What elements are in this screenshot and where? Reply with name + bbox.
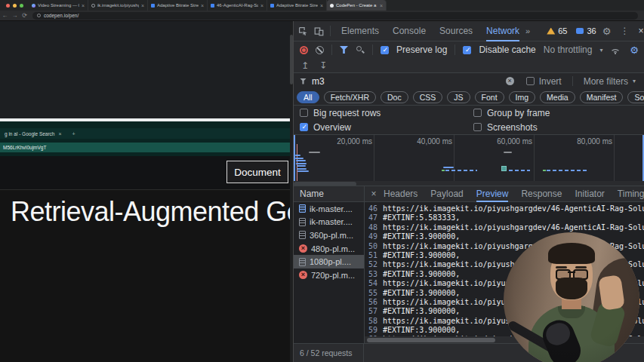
url-field[interactable]: codepen.io/pen/ <box>32 12 638 20</box>
maximize-window-button[interactable] <box>20 4 23 8</box>
tab-close-icon[interactable]: × <box>141 3 144 8</box>
requests-table-header: Name × HeadersPayloadPreviewResponseInit… <box>294 186 644 202</box>
invert-checkbox[interactable] <box>526 77 535 85</box>
tab-close-icon[interactable]: × <box>82 3 85 8</box>
tab-close-icon[interactable]: × <box>380 3 383 8</box>
clear-filter-icon[interactable]: × <box>506 77 514 85</box>
tab-close-icon[interactable]: × <box>201 3 204 8</box>
devtools-tab[interactable]: Elements <box>341 21 379 41</box>
devtools-close-icon[interactable]: × <box>638 26 643 36</box>
devtools-tab[interactable]: Network <box>486 21 519 41</box>
request-type-icon <box>299 218 306 226</box>
divider <box>331 44 332 55</box>
record-network-log-icon[interactable] <box>300 46 308 54</box>
inspect-element-icon[interactable] <box>298 26 308 36</box>
preview-scrollbar-thumb[interactable] <box>367 338 495 342</box>
clear-network-log-icon[interactable] <box>316 46 324 54</box>
settings-gear-icon[interactable]: ⚙ <box>602 26 612 36</box>
resource-type-pill[interactable]: CSS <box>413 91 443 103</box>
document-button[interactable]: Document <box>226 161 288 183</box>
import-har-icon[interactable]: ↥ <box>301 61 309 70</box>
browser-tab[interactable]: CodePen - Create a New ... × <box>327 0 387 11</box>
detail-tab[interactable]: Timing <box>618 186 644 202</box>
network-overview-timeline[interactable]: 20,000 ms40,000 ms60,000 ms80,000 ms <box>294 134 644 186</box>
resource-type-pill[interactable]: Font <box>475 91 504 103</box>
back-icon[interactable]: ← <box>0 13 10 19</box>
issue-badges[interactable]: 65 36 <box>547 26 596 35</box>
request-row[interactable]: 1080p-pl.... <box>294 255 364 268</box>
network-options-row-1: Big request rows Group by frame <box>294 106 644 120</box>
more-panels-icon[interactable]: » <box>525 26 530 35</box>
request-name: 480p-pl.m... <box>311 244 355 253</box>
browser-tab[interactable]: Adaptive Bitrate Streaming × <box>148 0 208 11</box>
group-by-frame-checkbox[interactable] <box>473 109 482 117</box>
request-row[interactable]: 720p-pl.m... <box>294 268 364 282</box>
overview-checkbox[interactable] <box>300 123 308 131</box>
resource-type-pill[interactable]: Fetch/XHR <box>324 91 376 103</box>
request-row[interactable]: ik-master.... <box>294 216 364 229</box>
line-content: #EXTINF:3.900000, <box>383 307 460 316</box>
site-settings-icon[interactable] <box>37 14 41 17</box>
resource-type-pill[interactable]: All <box>297 91 319 103</box>
big-request-rows-checkbox[interactable] <box>300 109 308 117</box>
close-window-button[interactable] <box>6 4 10 8</box>
detail-tab[interactable]: Initiator <box>575 186 604 202</box>
detail-tab[interactable]: Preview <box>476 186 509 202</box>
preserve-log-checkbox[interactable] <box>381 46 389 54</box>
tab-close-icon[interactable]: × <box>260 3 263 8</box>
waterfall-bar <box>445 170 477 171</box>
forward-icon[interactable]: → <box>10 13 20 19</box>
tab-favicon <box>91 4 95 8</box>
browser-tab-strip: Video Streaming — Cursor × ik.imagekit.i… <box>0 0 644 11</box>
gridline <box>374 135 374 181</box>
name-column-header[interactable]: Name <box>294 189 364 199</box>
filter-icon[interactable] <box>340 46 348 54</box>
resource-type-pill[interactable]: JS <box>447 91 470 103</box>
browser-tab[interactable]: 46-AgenticAI-Rag-Solution × <box>208 0 267 11</box>
request-row[interactable]: 480p-pl.m... <box>294 242 364 256</box>
filter-input[interactable]: m3 <box>312 76 325 87</box>
resource-type-pill[interactable]: Img <box>509 91 536 103</box>
tab-favicon <box>211 4 214 8</box>
tab-close-icon[interactable]: × <box>320 3 323 8</box>
resource-type-pill[interactable]: Media <box>540 91 575 103</box>
throttling-dropdown[interactable]: No throttling <box>544 44 593 55</box>
devtools-tab[interactable]: Console <box>393 21 426 41</box>
requests-count: 6 / 52 requests <box>294 344 364 362</box>
reload-icon[interactable]: ⟳ <box>20 13 29 19</box>
request-row[interactable]: 360p-pl.m... <box>294 229 364 242</box>
resource-type-pill[interactable]: Manifest <box>580 91 624 103</box>
chevron-down-icon[interactable]: ▾ <box>599 47 602 54</box>
detail-tab[interactable]: Response <box>521 186 562 202</box>
network-conditions-icon[interactable] <box>610 45 621 55</box>
browser-tab[interactable]: ik.imagekit.io/piyushgargdev × <box>88 0 148 11</box>
devtools-tab[interactable]: Sources <box>439 21 473 41</box>
waterfall-bar <box>296 163 307 164</box>
request-row[interactable]: ik-master.... <box>294 202 364 216</box>
waterfall-bar <box>309 152 320 153</box>
message-count: 36 <box>587 26 596 35</box>
export-har-icon[interactable]: ↧ <box>319 61 327 70</box>
resource-type-pill[interactable]: Socket <box>627 91 644 103</box>
browser-tab[interactable]: Adaptive Bitrate Streaming i × <box>267 0 327 11</box>
divider <box>372 44 373 55</box>
more-filters-dropdown[interactable]: More filters ▾ <box>584 76 636 87</box>
disable-cache-checkbox[interactable] <box>463 46 471 54</box>
more-filters-label: More filters <box>584 76 628 87</box>
device-toolbar-icon[interactable] <box>314 26 324 36</box>
browser-tab[interactable]: Video Streaming — Cursor × <box>29 0 88 11</box>
preserve-log-label: Preserve log <box>396 44 447 55</box>
detail-tab[interactable]: Payload <box>430 186 463 202</box>
waterfall-bar <box>297 165 306 167</box>
screenshots-checkbox[interactable] <box>473 123 482 131</box>
screenshots-label: Screenshots <box>487 122 538 133</box>
search-icon[interactable] <box>356 45 365 54</box>
resource-type-pill[interactable]: Doc <box>381 91 408 103</box>
detail-tab[interactable]: Headers <box>384 186 418 202</box>
kebab-menu-icon[interactable]: ⋮ <box>620 26 629 36</box>
network-settings-gear-icon[interactable]: ⚙ <box>630 44 639 56</box>
close-details-icon[interactable]: × <box>364 189 384 199</box>
warning-icon <box>547 28 555 35</box>
line-content: https://ik.imagekit.io/piyushgargdev/46-… <box>383 223 644 232</box>
minimize-window-button[interactable] <box>13 4 17 8</box>
